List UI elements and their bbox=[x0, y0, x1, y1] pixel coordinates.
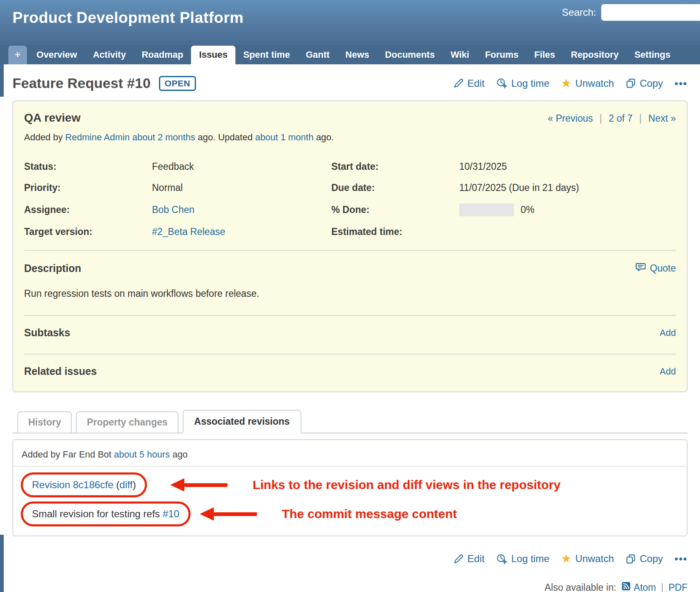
app-header: Product Development Platform Search: bbox=[0, 0, 700, 45]
status-badge: OPEN bbox=[159, 76, 196, 91]
main-nav: + Overview Activity Roadmap Issues Spent… bbox=[0, 45, 700, 64]
associated-revisions-panel: Added by Far End Bot about 5 hours ago R… bbox=[12, 439, 688, 536]
clock-plus-icon bbox=[496, 553, 507, 565]
priority-label: Priority: bbox=[24, 182, 152, 193]
unwatch-button[interactable]: ★ Unwatch bbox=[561, 78, 614, 89]
description-heading: Description bbox=[24, 262, 81, 274]
edit-button[interactable]: Edit bbox=[453, 78, 485, 89]
percent-done-bar bbox=[459, 203, 514, 216]
divider bbox=[24, 354, 676, 355]
also-available-label: Also available in: bbox=[545, 582, 617, 592]
copy-button-bottom[interactable]: Copy bbox=[626, 553, 663, 565]
star-icon: ★ bbox=[561, 78, 571, 89]
issue-attributes: Status: Feedback Start date: 10/31/2025 … bbox=[24, 161, 676, 237]
issue-pagination: « Previous | 2 of 7 | Next » bbox=[548, 113, 676, 124]
quote-button[interactable]: Quote bbox=[635, 262, 676, 275]
issue-details-box: « Previous | 2 of 7 | Next » QA review A… bbox=[12, 100, 688, 392]
nav-tab-wiki[interactable]: Wiki bbox=[443, 46, 477, 64]
status-value: Feedback bbox=[152, 161, 331, 172]
nav-tab-repository[interactable]: Repository bbox=[563, 46, 627, 64]
priority-value: Normal bbox=[152, 182, 331, 193]
pdf-link[interactable]: PDF bbox=[668, 582, 688, 592]
search-input[interactable] bbox=[601, 4, 700, 21]
left-edge-strip-top bbox=[0, 64, 4, 97]
divider bbox=[24, 250, 676, 251]
nav-tab-overview[interactable]: Overview bbox=[29, 46, 85, 64]
nav-tab-settings[interactable]: Settings bbox=[627, 46, 678, 64]
copy-button[interactable]: Copy bbox=[626, 78, 663, 89]
due-date-value: 11/07/2025 (Due in 21 days) bbox=[459, 182, 676, 193]
left-arrow-icon bbox=[200, 507, 257, 521]
status-label: Status: bbox=[24, 161, 152, 172]
unwatch-button-bottom[interactable]: ★ Unwatch bbox=[561, 553, 614, 565]
nav-tab-issues[interactable]: Issues bbox=[191, 46, 235, 64]
nav-tab-spent-time[interactable]: Spent time bbox=[235, 46, 298, 64]
revision-link-row: Revision 8c186cfe (diff) Links to the re… bbox=[21, 472, 679, 497]
nav-tab-documents[interactable]: Documents bbox=[377, 46, 443, 64]
estimated-time-label: Estimated time: bbox=[331, 226, 459, 237]
position-link[interactable]: 2 of 7 bbox=[609, 113, 633, 124]
previous-link[interactable]: « Previous bbox=[548, 113, 593, 124]
commit-annotation-text: The commit message content bbox=[282, 507, 457, 521]
history-tabs: History Property changes Associated revi… bbox=[12, 410, 688, 433]
percent-done-label: % Done: bbox=[331, 204, 459, 215]
issue-actions-top: Edit Log time ★ Unwatch Copy ••• bbox=[453, 78, 688, 89]
author-link[interactable]: Redmine Admin bbox=[65, 132, 130, 142]
edit-button-bottom[interactable]: Edit bbox=[453, 553, 485, 565]
page-title: Feature Request #10 bbox=[12, 75, 151, 91]
more-actions-button[interactable]: ••• bbox=[675, 78, 688, 89]
copy-icon bbox=[626, 554, 636, 564]
issue-meta-line: Added by Redmine Admin about 2 months ag… bbox=[24, 132, 676, 143]
divider bbox=[24, 315, 676, 316]
related-issues-heading: Related issues bbox=[24, 365, 97, 377]
nav-tab-activity[interactable]: Activity bbox=[85, 46, 134, 64]
issue-ref-link[interactable]: #10 bbox=[163, 508, 179, 519]
description-text: Run regression tests on main workflows b… bbox=[24, 288, 676, 299]
add-related-issue-button[interactable]: Add bbox=[660, 366, 676, 377]
nav-tab-files[interactable]: Files bbox=[526, 46, 563, 64]
start-date-label: Start date: bbox=[331, 161, 459, 172]
star-icon: ★ bbox=[561, 553, 571, 565]
nav-tab-forums[interactable]: Forums bbox=[477, 46, 526, 64]
updated-time-link[interactable]: about 1 month bbox=[255, 132, 314, 142]
atom-feed-icon bbox=[621, 581, 631, 592]
tab-associated-revisions[interactable]: Associated revisions bbox=[183, 410, 301, 433]
due-date-label: Due date: bbox=[331, 182, 459, 193]
revision-annotation-ring: Revision 8c186cfe (diff) bbox=[21, 472, 147, 497]
assignee-link[interactable]: Bob Chen bbox=[152, 204, 194, 215]
target-version-label: Target version: bbox=[24, 226, 152, 237]
log-time-button-bottom[interactable]: Log time bbox=[496, 553, 549, 565]
commit-message-row: Small revision for testing refs #10 The … bbox=[21, 501, 679, 526]
tab-history[interactable]: History bbox=[17, 411, 72, 433]
issue-actions-bottom: Edit Log time ★ Unwatch Copy ••• bbox=[453, 553, 688, 565]
log-time-button[interactable]: Log time bbox=[496, 78, 549, 89]
added-time-link[interactable]: about 2 months bbox=[132, 132, 196, 142]
assignee-label: Assignee: bbox=[24, 204, 152, 215]
clock-plus-icon bbox=[496, 78, 507, 89]
main-content: Feature Request #10 OPEN Edit Log time ★… bbox=[0, 75, 700, 592]
revision-annotation-text: Links to the revision and diff views in … bbox=[252, 478, 560, 492]
next-link[interactable]: Next » bbox=[649, 113, 676, 124]
atom-link[interactable]: Atom bbox=[621, 581, 656, 592]
more-actions-button-bottom[interactable]: ••• bbox=[675, 553, 688, 565]
start-date-value: 10/31/2025 bbox=[459, 161, 676, 172]
target-version-link[interactable]: #2_Beta Release bbox=[152, 226, 225, 237]
issue-title-row: Feature Request #10 OPEN Edit Log time ★… bbox=[12, 75, 688, 91]
pencil-icon bbox=[453, 78, 464, 88]
nav-tab-news[interactable]: News bbox=[338, 46, 377, 64]
nav-tab-gantt[interactable]: Gantt bbox=[298, 46, 337, 64]
revision-time-link[interactable]: about 5 hours bbox=[114, 449, 170, 460]
divider bbox=[13, 466, 687, 467]
tab-property-changes[interactable]: Property changes bbox=[76, 411, 178, 433]
search-area: Search: bbox=[562, 4, 700, 21]
diff-link[interactable]: diff bbox=[120, 479, 133, 490]
copy-icon bbox=[626, 78, 636, 88]
quote-bubble-icon bbox=[635, 262, 646, 275]
left-arrow-icon bbox=[170, 478, 228, 492]
add-subtask-button[interactable]: Add bbox=[660, 328, 676, 338]
commit-annotation-ring: Small revision for testing refs #10 bbox=[21, 501, 191, 526]
revision-link[interactable]: Revision 8c186cfe bbox=[32, 479, 113, 490]
nav-plus-button[interactable]: + bbox=[8, 46, 27, 64]
nav-tab-roadmap[interactable]: Roadmap bbox=[134, 46, 191, 64]
left-edge-strip-bottom bbox=[0, 535, 4, 592]
